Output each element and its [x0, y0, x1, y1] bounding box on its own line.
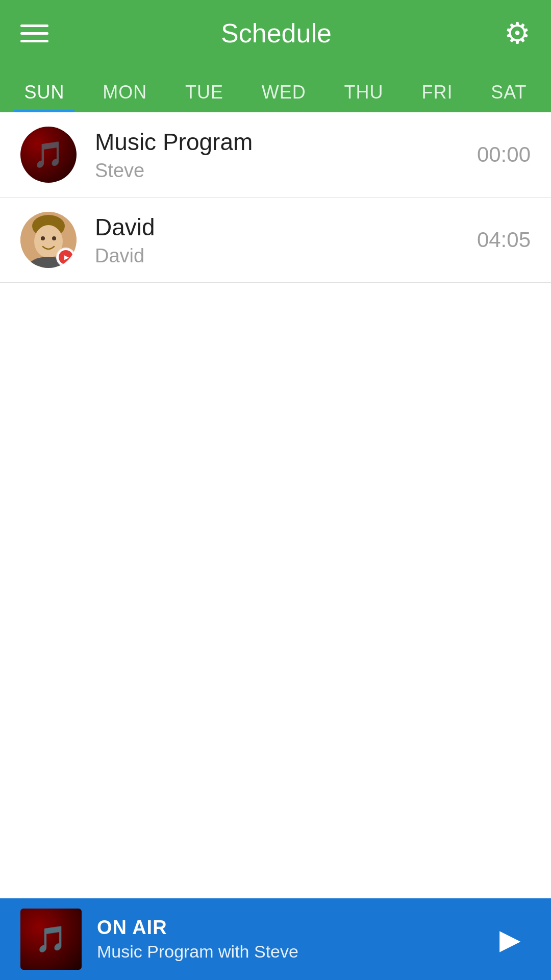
tab-wed[interactable]: WED: [252, 72, 316, 112]
item-title: David: [95, 213, 459, 241]
day-tabs: SUN MON TUE WED THU FRI SAT: [0, 66, 551, 112]
now-playing-info: ON AIR Music Program with Steve: [82, 917, 490, 962]
list-item[interactable]: David David 04:05: [0, 198, 551, 283]
tab-sat[interactable]: SAT: [481, 72, 537, 112]
tab-fri[interactable]: FRI: [411, 72, 463, 112]
play-badge: [56, 248, 76, 267]
avatar: [20, 127, 77, 183]
tab-tue[interactable]: TUE: [175, 72, 234, 112]
item-time: 00:00: [459, 142, 531, 167]
tab-sun[interactable]: SUN: [14, 72, 74, 112]
now-playing-avatar: 🎵: [20, 909, 82, 970]
list-item[interactable]: Music Program Steve 00:00: [0, 112, 551, 198]
item-subtitle: David: [95, 245, 459, 267]
app-header: Schedule ⚙: [0, 0, 551, 66]
hamburger-line-3: [20, 40, 48, 42]
hamburger-line-1: [20, 24, 48, 27]
item-title: Music Program: [95, 128, 459, 156]
tab-thu[interactable]: THU: [334, 72, 394, 112]
hamburger-line-2: [20, 32, 48, 35]
schedule-list: Music Program Steve 00:00: [0, 112, 551, 283]
on-air-label: ON AIR: [97, 917, 490, 939]
svg-point-4: [52, 236, 56, 240]
item-subtitle: Steve: [95, 160, 459, 182]
page-title: Schedule: [221, 18, 332, 48]
svg-point-3: [41, 236, 45, 240]
item-info: Music Program Steve: [77, 128, 459, 182]
play-badge-inner: [59, 250, 73, 264]
avatar: [20, 212, 77, 268]
item-info: David David: [77, 213, 459, 267]
now-playing-title: Music Program with Steve: [97, 942, 490, 962]
bottom-bar[interactable]: 🎵 ON AIR Music Program with Steve ▶: [0, 898, 551, 980]
play-button[interactable]: ▶: [490, 919, 531, 960]
item-time: 04:05: [459, 228, 531, 252]
menu-button[interactable]: [20, 24, 48, 42]
settings-icon[interactable]: ⚙: [504, 16, 531, 51]
tab-mon[interactable]: MON: [92, 72, 157, 112]
